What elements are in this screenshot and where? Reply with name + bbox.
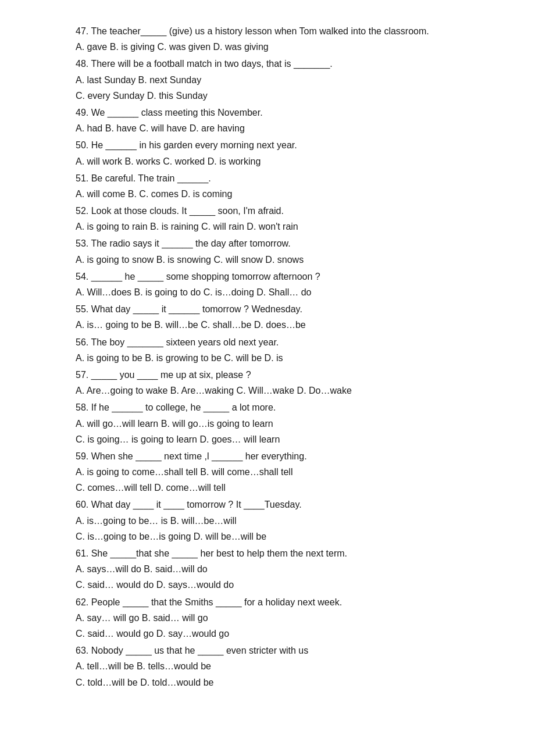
- question-block: 56. The boy _______ sixteen years old ne…: [76, 334, 459, 366]
- question-block: 59. When she _____ next time ,l ______ h…: [76, 448, 459, 496]
- question-block: 48. There will be a football match in tw…: [76, 56, 459, 104]
- question-text: 52. Look at those clouds. It _____ soon,…: [76, 203, 459, 219]
- question-block: 53. The radio says it ______ the day aft…: [76, 236, 459, 267]
- options-line: A. last Sunday B. next Sunday: [76, 72, 459, 88]
- options-line: C. said… would go D. say…would go: [76, 626, 459, 641]
- question-text: 48. There will be a football match in tw…: [76, 56, 459, 72]
- options-line: A. is going to snow B. is snowing C. wil…: [76, 252, 459, 268]
- options-line: C. told…will be D. told…would be: [76, 675, 459, 690]
- question-block: 63. Nobody _____ us that he _____ even s…: [76, 643, 459, 690]
- options-line: A. say… will go B. said… will go: [76, 610, 459, 626]
- question-text: 55. What day _____ it ______ tomorrow ? …: [76, 301, 459, 317]
- question-text: 58. If he ______ to college, he _____ a …: [76, 400, 459, 415]
- question-text: 54. ______ he _____ some shopping tomorr…: [76, 269, 459, 284]
- question-block: 50. He ______ in his garden every mornin…: [76, 137, 459, 169]
- question-text: 50. He ______ in his garden every mornin…: [76, 137, 459, 153]
- question-block: 55. What day _____ it ______ tomorrow ? …: [76, 301, 459, 333]
- options-line: C. comes…will tell D. come…will tell: [76, 480, 459, 495]
- question-block: 60. What day ____ it ____ tomorrow ? It …: [76, 497, 459, 544]
- options-line: A. is going to rain B. is raining C. wil…: [76, 219, 459, 234]
- question-block: 49. We ______ class meeting this Novembe…: [76, 105, 459, 136]
- options-line: C. is going… is going to learn D. goes… …: [76, 432, 459, 447]
- question-text: 51. Be careful. The train ______.: [76, 170, 459, 186]
- question-text: 62. People _____ that the Smiths _____ f…: [76, 594, 459, 610]
- options-line: A. had B. have C. will have D. are havin…: [76, 120, 459, 136]
- options-line: A. says…will do B. said…will do: [76, 561, 459, 577]
- question-text: 61. She _____that she _____ her best to …: [76, 545, 459, 561]
- options-line: A. will come B. C. comes D. is coming: [76, 186, 459, 202]
- question-text: 49. We ______ class meeting this Novembe…: [76, 105, 459, 120]
- question-block: 61. She _____that she _____ her best to …: [76, 545, 459, 593]
- options-line: A. is… going to be B. will…be C. shall…b…: [76, 317, 459, 333]
- question-text: 57. _____ you ____ me up at six, please …: [76, 367, 459, 383]
- question-text: 59. When she _____ next time ,l ______ h…: [76, 448, 459, 464]
- options-line: A. is…going to be… is B. will…be…will: [76, 513, 459, 529]
- question-block: 51. Be careful. The train ______.A. will…: [76, 170, 459, 202]
- question-block: 54. ______ he _____ some shopping tomorr…: [76, 269, 459, 300]
- question-text: 56. The boy _______ sixteen years old ne…: [76, 334, 459, 350]
- question-block: 52. Look at those clouds. It _____ soon,…: [76, 203, 459, 234]
- options-line: A. will go…will learn B. will go…is goin…: [76, 416, 459, 432]
- question-block: 58. If he ______ to college, he _____ a …: [76, 400, 459, 447]
- options-line: A. Will…does B. is going to do C. is…doi…: [76, 284, 459, 300]
- options-line: A. is going to be B. is growing to be C.…: [76, 350, 459, 366]
- question-text: 47. The teacher_____ (give) us a history…: [76, 23, 459, 39]
- options-line: A. gave B. is giving C. was given D. was…: [76, 39, 459, 55]
- question-text: 53. The radio says it ______ the day aft…: [76, 236, 459, 251]
- quiz-content: 47. The teacher_____ (give) us a history…: [76, 23, 459, 690]
- options-line: C. every Sunday D. this Sunday: [76, 88, 459, 104]
- options-line: C. said… would do D. says…would do: [76, 577, 459, 593]
- options-line: A. tell…will be B. tells…would be: [76, 658, 459, 674]
- question-block: 57. _____ you ____ me up at six, please …: [76, 367, 459, 398]
- options-line: C. is…going to be…is going D. will be…wi…: [76, 529, 459, 544]
- options-line: A. Are…going to wake B. Are…waking C. Wi…: [76, 383, 459, 398]
- question-block: 47. The teacher_____ (give) us a history…: [76, 23, 459, 55]
- question-block: 62. People _____ that the Smiths _____ f…: [76, 594, 459, 642]
- question-text: 60. What day ____ it ____ tomorrow ? It …: [76, 497, 459, 512]
- options-line: A. is going to come…shall tell B. will c…: [76, 464, 459, 480]
- options-line: A. will work B. works C. worked D. is wo…: [76, 154, 459, 169]
- question-text: 63. Nobody _____ us that he _____ even s…: [76, 643, 459, 658]
